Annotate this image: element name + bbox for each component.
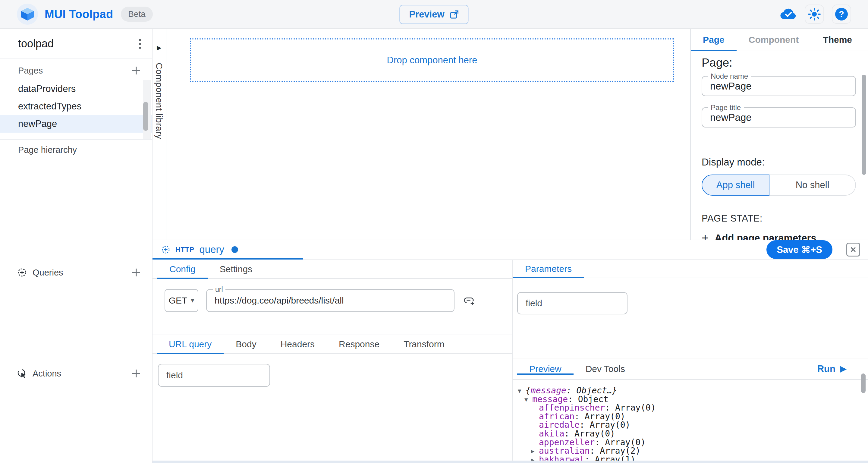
pages-list: dataProviders extractedTypes newPage (0, 80, 152, 140)
preview-button-label: Preview (409, 9, 444, 20)
page-hierarchy-label: Page hierarchy (0, 140, 152, 160)
query-editor-panel: HTTP query Save ⌘+S Config Settings (153, 240, 868, 461)
json-value: Array(0) (585, 412, 625, 421)
collapse-arrow-icon (531, 421, 539, 430)
http-method-select[interactable]: GET ▾ (164, 289, 198, 312)
result-scrollbar-thumb[interactable] (861, 373, 866, 393)
tab-theme[interactable]: Theme (811, 29, 864, 51)
json-punct: : (580, 421, 590, 430)
tab-preview[interactable]: Preview (517, 364, 574, 374)
page-canvas: Drop component here (166, 29, 690, 240)
actions-section: Actions (0, 362, 152, 384)
json-row: ▼message: Object (524, 395, 868, 404)
inspector-panel: Page Component Theme Page: Node name Pag… (690, 29, 868, 240)
sun-icon (808, 8, 821, 21)
url-label: url (213, 285, 225, 294)
save-button[interactable]: Save ⌘+S (767, 240, 832, 259)
expand-arrow-icon[interactable]: ▶ (531, 447, 539, 456)
tab-settings[interactable]: Settings (208, 260, 264, 278)
display-mode-app-shell[interactable]: App shell (702, 175, 770, 196)
queries-section: Queries (0, 261, 152, 284)
json-punct: : (575, 412, 585, 421)
query-tab[interactable]: HTTP query (153, 240, 303, 259)
json-punct: : (568, 395, 578, 404)
json-row: appenzeller: Array(0) (531, 438, 868, 447)
close-icon (850, 247, 856, 253)
run-button[interactable]: Run ▶ (817, 364, 868, 374)
add-link-button[interactable] (462, 294, 475, 307)
tab-config[interactable]: Config (157, 260, 208, 278)
collapse-arrow-icon (531, 412, 539, 421)
add-page-parameters-button[interactable]: + Add page parameters (702, 231, 856, 240)
panel-resize-strip[interactable] (153, 461, 868, 463)
json-value: Array(0) (605, 438, 646, 447)
json-punct: : Object…} (566, 387, 617, 395)
beta-badge: Beta (121, 7, 153, 22)
tab-response[interactable]: Response (327, 335, 392, 353)
collapse-arrow-icon[interactable]: ▼ (518, 387, 526, 395)
queries-section-header[interactable]: Queries (0, 261, 152, 284)
theme-toggle-button[interactable] (805, 4, 824, 24)
add-link-icon (462, 294, 475, 307)
cloud-sync-icon (780, 8, 797, 20)
add-action-button[interactable] (129, 366, 144, 381)
component-library-label: Component library (154, 63, 164, 139)
json-value: Array(2) (600, 447, 641, 456)
queries-label: Queries (33, 268, 63, 278)
url-query-field-input[interactable] (158, 364, 270, 386)
http-method-value: GET (169, 296, 187, 306)
collapse-arrow-icon[interactable]: ▼ (524, 395, 532, 404)
json-preview-tree: ▼{message: Object…} ▼message: Object aff… (513, 380, 868, 461)
action-click-icon (17, 368, 27, 379)
tab-url-query[interactable]: URL query (157, 335, 224, 353)
tab-transform[interactable]: Transform (392, 335, 457, 353)
json-value: Array(0) (615, 404, 656, 412)
tab-parameters[interactable]: Parameters (513, 260, 584, 278)
pages-scrollbar-thumb[interactable] (143, 102, 148, 131)
tab-headers[interactable]: Headers (269, 335, 327, 353)
add-query-button[interactable] (129, 265, 144, 280)
page-title-field: Page title (702, 107, 856, 127)
project-title-row: toolpad (0, 29, 152, 59)
tab-dev-tools[interactable]: Dev Tools (574, 364, 637, 374)
inspector-divider (725, 208, 832, 208)
help-button[interactable]: ? (832, 4, 851, 24)
tab-page[interactable]: Page (691, 29, 737, 51)
help-icon: ? (835, 8, 848, 21)
url-input[interactable] (207, 290, 454, 311)
actions-section-header[interactable]: Actions (0, 362, 152, 384)
query-icon (161, 245, 170, 254)
request-config-tabs: URL query Body Headers Response Transfor… (153, 335, 513, 354)
inspector-scrollbar-thumb[interactable] (862, 75, 866, 175)
drop-zone[interactable]: Drop component here (190, 38, 674, 82)
tab-component[interactable]: Component (737, 29, 811, 51)
project-title: toolpad (18, 37, 54, 50)
component-library-panel[interactable]: ▶ Component library (153, 29, 166, 240)
open-in-new-icon (450, 10, 459, 19)
app-header: MUI Toolpad Beta Preview (0, 0, 868, 29)
plus-icon (131, 368, 142, 379)
parameter-field-input[interactable] (518, 293, 627, 314)
add-page-button[interactable] (129, 63, 144, 78)
pages-section-header: Pages (0, 61, 152, 80)
inspector-tabs: Page Component Theme (691, 29, 868, 51)
json-key: affenpinscher (539, 404, 605, 412)
display-mode-no-shell[interactable]: No shell (770, 175, 856, 196)
app-title: MUI Toolpad (44, 8, 113, 21)
json-key: airedale (539, 421, 580, 430)
parameter-field (517, 292, 627, 314)
unsaved-indicator-dot (231, 246, 238, 253)
tab-body[interactable]: Body (224, 335, 268, 353)
json-punct: : (590, 447, 600, 456)
json-key: akita (539, 430, 564, 438)
page-state-heading: PAGE STATE: (702, 213, 856, 224)
close-query-panel-button[interactable] (846, 243, 860, 256)
preview-button[interactable]: Preview (399, 5, 468, 24)
json-row: airedale: Array(0) (531, 421, 868, 430)
page-item-extractedTypes[interactable]: extractedTypes (0, 98, 152, 115)
project-menu-button[interactable] (136, 36, 144, 52)
page-item-dataProviders[interactable]: dataProviders (0, 80, 152, 98)
page-item-newPage[interactable]: newPage (0, 115, 152, 133)
node-name-field: Node name (702, 76, 856, 96)
display-mode-toggle: App shell No shell (702, 175, 856, 196)
